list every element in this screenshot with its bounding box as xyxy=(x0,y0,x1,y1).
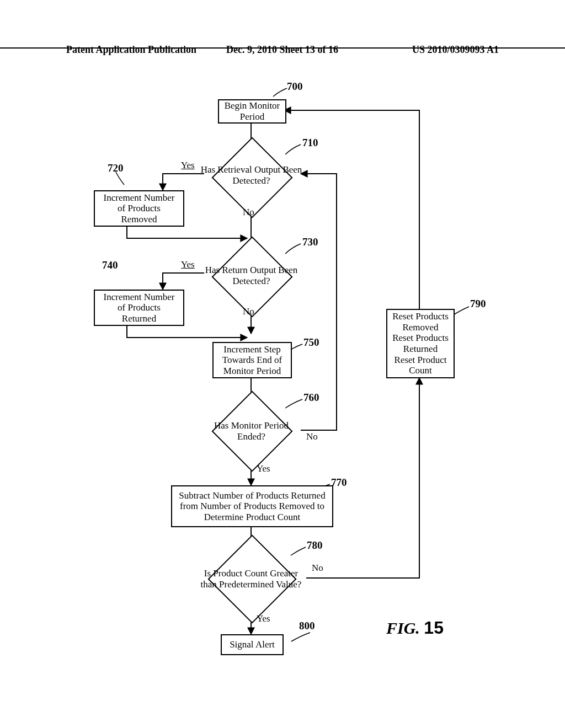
node-label: Signal Alert xyxy=(230,639,275,650)
header-left: Patent Application Publication xyxy=(66,44,196,56)
ref-790: 790 xyxy=(470,298,486,310)
ref-800: 800 xyxy=(299,620,315,632)
node-increment-returned: Increment Number of Products Returned xyxy=(94,290,184,326)
node-compute-count: Subtract Number of Products Returned fro… xyxy=(171,485,333,527)
edge-yes: Yes xyxy=(181,160,195,171)
ref-710: 710 xyxy=(302,137,318,149)
node-signal-alert: Signal Alert xyxy=(221,634,284,655)
node-increment-removed: Increment Number of Products Removed xyxy=(94,190,184,227)
figure-prefix: FIG. xyxy=(386,619,424,637)
edge-no: No xyxy=(306,431,318,442)
node-increment-step: Increment Step Towards End of Monitor Pe… xyxy=(212,342,292,378)
flowchart: Begin Monitor Period 700 Has Retrieval O… xyxy=(0,77,565,728)
header-right: US 2010/0309093 A1 xyxy=(412,44,499,56)
figure-label: FIG. 15 xyxy=(386,618,444,638)
node-reset: Reset Products Removed Reset Products Re… xyxy=(386,309,455,378)
page-header: Patent Application Publication Dec. 9, 2… xyxy=(0,44,565,49)
ref-750: 750 xyxy=(303,336,319,349)
page: Patent Application Publication Dec. 9, 2… xyxy=(0,0,565,728)
ref-760: 760 xyxy=(303,392,319,404)
ref-780: 780 xyxy=(307,539,323,552)
node-label: Increment Number of Products Returned xyxy=(104,292,175,324)
ref-700: 700 xyxy=(287,81,303,93)
ref-720: 720 xyxy=(108,162,124,174)
ref-730: 730 xyxy=(302,236,318,248)
edge-no: No xyxy=(243,306,254,317)
figure-number: 15 xyxy=(424,618,444,638)
edge-yes: Yes xyxy=(257,463,270,474)
node-label: Subtract Number of Products Returned fro… xyxy=(179,490,325,523)
edge-no: No xyxy=(312,563,323,574)
header-center: Dec. 9, 2010 Sheet 13 of 16 xyxy=(226,44,338,56)
edge-no: No xyxy=(243,207,254,218)
node-label: Begin Monitor Period xyxy=(225,100,280,122)
node-begin-monitor: Begin Monitor Period xyxy=(218,99,286,124)
ref-770: 770 xyxy=(331,477,347,489)
edge-yes: Yes xyxy=(257,613,270,624)
ref-740: 740 xyxy=(102,259,118,271)
edge-yes: Yes xyxy=(181,259,195,270)
node-label: Increment Step Towards End of Monitor Pe… xyxy=(222,344,282,377)
node-label: Reset Products Removed Reset Products Re… xyxy=(392,311,449,376)
node-label: Increment Number of Products Removed xyxy=(104,192,175,225)
